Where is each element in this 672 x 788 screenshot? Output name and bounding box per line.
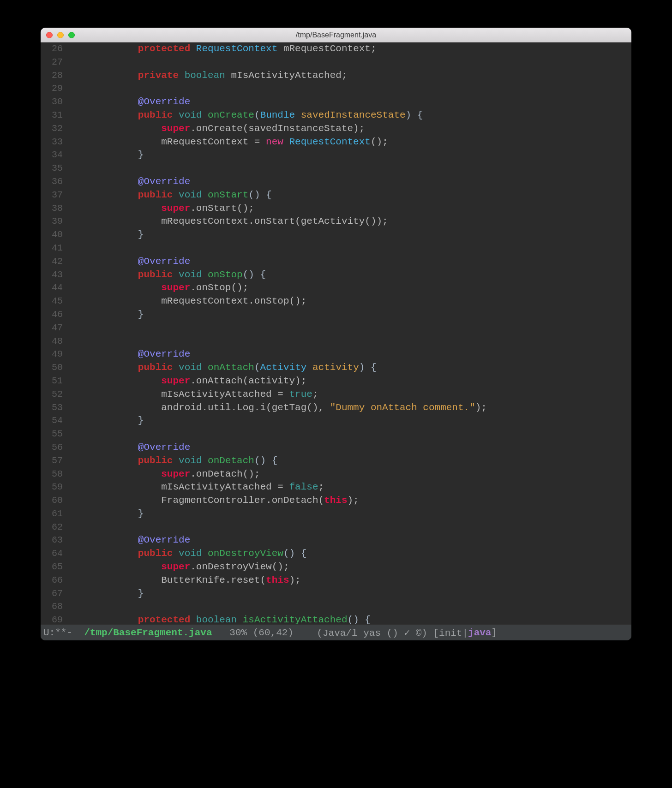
code-content[interactable]: super.onAttach(activity); bbox=[91, 375, 631, 388]
code-content[interactable]: @Override bbox=[91, 441, 631, 454]
code-content[interactable]: public void onAttach(Activity activity) … bbox=[91, 361, 631, 375]
code-line[interactable]: 54 } bbox=[41, 414, 631, 428]
code-line[interactable]: 63 @Override bbox=[41, 534, 631, 547]
code-line[interactable]: 52 mIsActivityAttached = true; bbox=[41, 388, 631, 401]
code-content[interactable]: } bbox=[91, 414, 631, 428]
code-content[interactable]: @Override bbox=[91, 255, 631, 269]
code-content[interactable]: protected RequestContext mRequestContext… bbox=[91, 42, 631, 56]
code-content[interactable]: public void onStop() { bbox=[91, 269, 631, 282]
code-line[interactable]: 37 public void onStart() { bbox=[41, 189, 631, 202]
code-line[interactable]: 56 @Override bbox=[41, 441, 631, 454]
code-content[interactable]: ButterKnife.reset(this); bbox=[91, 574, 631, 587]
code-line[interactable]: 47 bbox=[41, 322, 631, 335]
code-line[interactable]: 69 protected boolean isActivityAttached(… bbox=[41, 614, 631, 625]
code-line[interactable]: 66 ButterKnife.reset(this); bbox=[41, 574, 631, 587]
code-content[interactable]: super.onDetach(); bbox=[91, 468, 631, 481]
code-content[interactable]: super.onCreate(savedInstanceState); bbox=[91, 122, 631, 136]
code-line[interactable]: 45 mRequestContext.onStop(); bbox=[41, 295, 631, 308]
code-line[interactable]: 40 } bbox=[41, 228, 631, 242]
code-lines[interactable]: 26 protected RequestContext mRequestCont… bbox=[41, 42, 631, 625]
code-line[interactable]: 31 public void onCreate(Bundle savedInst… bbox=[41, 109, 631, 122]
code-content[interactable]: public void onDestroyView() { bbox=[91, 547, 631, 561]
zoom-window-button[interactable] bbox=[68, 32, 75, 38]
code-content[interactable]: super.onDestroyView(); bbox=[91, 561, 631, 574]
code-content[interactable]: } bbox=[91, 308, 631, 322]
line-number: 27 bbox=[41, 56, 66, 69]
code-content[interactable]: } bbox=[91, 149, 631, 162]
code-line[interactable]: 65 super.onDestroyView(); bbox=[41, 561, 631, 574]
code-content[interactable]: } bbox=[91, 228, 631, 242]
code-content[interactable] bbox=[91, 162, 631, 175]
code-content[interactable] bbox=[91, 322, 631, 335]
code-content[interactable]: mIsActivityAttached = false; bbox=[91, 481, 631, 494]
code-content[interactable]: android.util.Log.i(getTag(), "Dummy onAt… bbox=[91, 401, 631, 415]
code-line[interactable]: 58 super.onDetach(); bbox=[41, 468, 631, 481]
code-line[interactable]: 61 } bbox=[41, 507, 631, 521]
code-content[interactable]: @Override bbox=[91, 175, 631, 189]
code-content[interactable]: super.onStop(); bbox=[91, 281, 631, 295]
minimize-window-button[interactable] bbox=[57, 32, 64, 38]
code-line[interactable]: 36 @Override bbox=[41, 175, 631, 189]
code-line[interactable]: 59 mIsActivityAttached = false; bbox=[41, 481, 631, 494]
code-line[interactable]: 64 public void onDestroyView() { bbox=[41, 547, 631, 561]
code-content[interactable]: } bbox=[91, 587, 631, 601]
code-line[interactable]: 68 bbox=[41, 600, 631, 614]
code-line[interactable]: 57 public void onDetach() { bbox=[41, 454, 631, 468]
code-content[interactable] bbox=[91, 600, 631, 614]
window-titlebar[interactable]: /tmp/BaseFragment.java bbox=[41, 28, 631, 42]
code-content[interactable]: private boolean mIsActivityAttached; bbox=[91, 69, 631, 83]
code-line[interactable]: 28 private boolean mIsActivityAttached; bbox=[41, 69, 631, 83]
code-line[interactable]: 27 bbox=[41, 56, 631, 69]
code-line[interactable]: 51 super.onAttach(activity); bbox=[41, 375, 631, 388]
code-line[interactable]: 67 } bbox=[41, 587, 631, 601]
code-content[interactable]: mRequestContext.onStop(); bbox=[91, 295, 631, 308]
code-line[interactable]: 35 bbox=[41, 162, 631, 175]
code-line[interactable]: 50 public void onAttach(Activity activit… bbox=[41, 361, 631, 375]
code-content[interactable]: mRequestContext = new RequestContext(); bbox=[91, 136, 631, 149]
line-number: 54 bbox=[41, 414, 66, 428]
code-line[interactable]: 42 @Override bbox=[41, 255, 631, 269]
code-line[interactable]: 53 android.util.Log.i(getTag(), "Dummy o… bbox=[41, 401, 631, 415]
code-content[interactable]: @Override bbox=[91, 348, 631, 361]
code-line[interactable]: 44 super.onStop(); bbox=[41, 281, 631, 295]
code-line[interactable]: 32 super.onCreate(savedInstanceState); bbox=[41, 122, 631, 136]
code-line[interactable]: 49 @Override bbox=[41, 348, 631, 361]
close-window-button[interactable] bbox=[46, 32, 53, 38]
code-line[interactable]: 48 bbox=[41, 335, 631, 348]
code-content[interactable]: public void onDetach() { bbox=[91, 454, 631, 468]
code-line[interactable]: 38 super.onStart(); bbox=[41, 202, 631, 215]
code-content[interactable] bbox=[91, 56, 631, 69]
code-content[interactable] bbox=[91, 335, 631, 348]
code-content[interactable]: protected boolean isActivityAttached() { bbox=[91, 614, 631, 625]
line-number: 62 bbox=[41, 521, 66, 534]
code-line[interactable]: 39 mRequestContext.onStart(getActivity()… bbox=[41, 215, 631, 228]
code-content[interactable]: public void onCreate(Bundle savedInstanc… bbox=[91, 109, 631, 122]
code-line[interactable]: 34 } bbox=[41, 149, 631, 162]
code-line[interactable]: 41 bbox=[41, 242, 631, 255]
code-line[interactable]: 60 FragmentController.onDetach(this); bbox=[41, 494, 631, 507]
line-number: 43 bbox=[41, 269, 66, 282]
window-title: /tmp/BaseFragment.java bbox=[41, 31, 631, 39]
code-content[interactable]: } bbox=[91, 507, 631, 521]
code-content[interactable]: FragmentController.onDetach(this); bbox=[91, 494, 631, 507]
code-line[interactable]: 43 public void onStop() { bbox=[41, 269, 631, 282]
code-content[interactable] bbox=[91, 82, 631, 96]
code-line[interactable]: 55 bbox=[41, 428, 631, 441]
code-line[interactable]: 26 protected RequestContext mRequestCont… bbox=[41, 42, 631, 56]
code-content[interactable]: public void onStart() { bbox=[91, 189, 631, 202]
code-line[interactable]: 29 bbox=[41, 82, 631, 96]
code-content[interactable] bbox=[91, 242, 631, 255]
code-content[interactable]: @Override bbox=[91, 96, 631, 109]
code-content[interactable] bbox=[91, 428, 631, 441]
editor-area[interactable]: 26 protected RequestContext mRequestCont… bbox=[41, 42, 631, 640]
code-content[interactable]: mRequestContext.onStart(getActivity()); bbox=[91, 215, 631, 228]
code-line[interactable]: 30 @Override bbox=[41, 96, 631, 109]
code-content[interactable]: mIsActivityAttached = true; bbox=[91, 388, 631, 401]
code-content[interactable]: @Override bbox=[91, 534, 631, 547]
code-line[interactable]: 46 } bbox=[41, 308, 631, 322]
code-line[interactable]: 62 bbox=[41, 521, 631, 534]
code-content[interactable]: super.onStart(); bbox=[91, 202, 631, 215]
code-content[interactable] bbox=[91, 521, 631, 534]
code-line[interactable]: 33 mRequestContext = new RequestContext(… bbox=[41, 136, 631, 149]
line-number: 69 bbox=[41, 614, 66, 625]
